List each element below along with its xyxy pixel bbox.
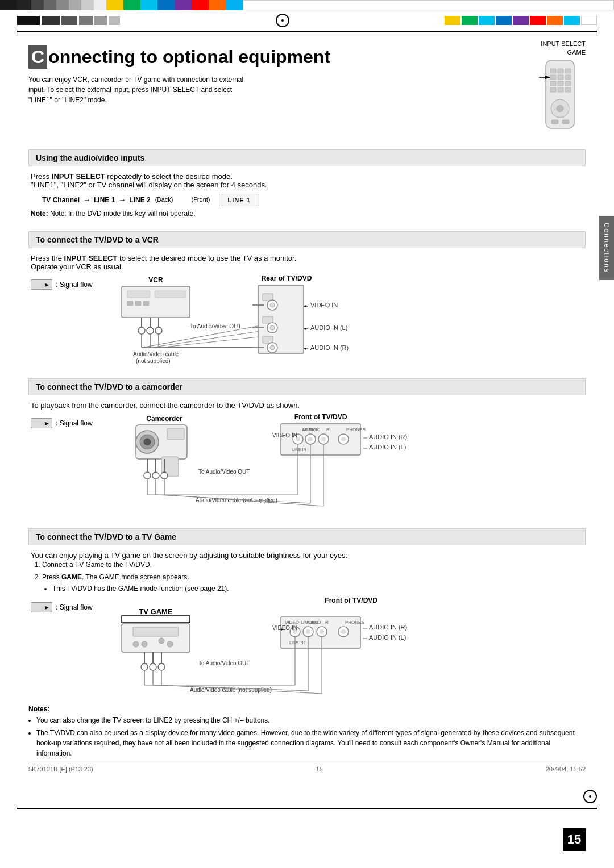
svg-point-30 xyxy=(147,327,154,334)
svg-text:LINE IN2: LINE IN2 xyxy=(289,641,306,645)
svg-text:To Audio/Video OUT: To Audio/Video OUT xyxy=(198,469,250,475)
color-green xyxy=(123,0,140,10)
signal-flow-vcr: ► : Signal flow xyxy=(31,279,99,290)
svg-point-122 xyxy=(158,663,165,670)
section1-body1: Press INPUT SELECT repeatedly to select … xyxy=(31,172,583,181)
svg-rect-110 xyxy=(122,616,190,623)
svg-point-31 xyxy=(155,327,162,334)
line2-label: LINE 2 xyxy=(129,196,150,204)
svg-text:AUDIO IN (L): AUDIO IN (L) xyxy=(310,324,347,331)
svg-rect-24 xyxy=(135,301,141,306)
svg-text:AUDIO IN (R): AUDIO IN (R) xyxy=(369,433,407,440)
svg-point-48 xyxy=(270,303,275,307)
svg-rect-6 xyxy=(565,75,571,80)
input-select-bold: INPUT SELECT xyxy=(52,172,105,181)
color-purple xyxy=(175,0,192,10)
footer-right: 20/4/04, 15:52 xyxy=(546,766,586,773)
svg-point-114 xyxy=(142,641,147,647)
black-bars-left xyxy=(17,16,120,25)
gray-bar-2 xyxy=(61,16,77,25)
strip-cyan xyxy=(479,16,495,25)
svg-rect-112 xyxy=(133,627,179,636)
svg-point-68 xyxy=(144,439,151,445)
step-2: Press GAME. The GAME mode screen appears… xyxy=(42,572,583,594)
section1-header: Using the audio/video inputs xyxy=(28,149,586,166)
color-ltblue xyxy=(226,0,243,10)
svg-text:AUDIO IN (R): AUDIO IN (R) xyxy=(310,344,349,351)
svg-text:AUDIO IN (R): AUDIO IN (R) xyxy=(369,624,407,631)
svg-point-91 xyxy=(308,437,313,441)
strip-orange xyxy=(547,16,563,25)
svg-rect-18 xyxy=(562,120,569,124)
footer-info: 5K70101B [E] (P13-23) 15 20/4/04, 15:52 xyxy=(28,763,586,775)
input-select-text: INPUT SELECT xyxy=(541,40,586,47)
title-rest: onnecting to optional equipment xyxy=(48,47,330,68)
color-darkgray2 xyxy=(31,0,44,10)
svg-point-121 xyxy=(150,663,156,670)
svg-rect-1 xyxy=(550,69,556,73)
title-description: You can enjoy VCR, camcorder or TV game … xyxy=(28,74,301,105)
signal-flow-cam: ► : Signal flow xyxy=(31,418,99,428)
note-item-1: You can also change the TV screen to LIN… xyxy=(36,715,586,725)
notes-section: Notes: You can also change the TV screen… xyxy=(28,705,586,758)
svg-text:PHONES: PHONES xyxy=(346,427,366,432)
note-item-2: The TV/DVD can also be used as a display… xyxy=(36,728,586,758)
strip-green xyxy=(462,16,478,25)
svg-text:AUDIO IN (L): AUDIO IN (L) xyxy=(369,634,406,641)
signal-flow-cam-label: : Signal flow xyxy=(56,419,93,427)
section2-body1: Press the INPUT SELECT to select the des… xyxy=(31,254,583,262)
input-select-bold2: INPUT SELECT xyxy=(64,254,118,262)
color-lgray xyxy=(69,0,81,10)
color-gray2 xyxy=(56,0,69,10)
note-text-content: Note: In the DVD mode this key will not … xyxy=(50,210,195,218)
gray-bar-3 xyxy=(79,16,93,25)
svg-rect-7 xyxy=(550,81,556,86)
gray-bar-4 xyxy=(94,16,107,25)
section2-body: Press the INPUT SELECT to select the des… xyxy=(28,254,586,365)
svg-line-43 xyxy=(159,336,264,348)
svg-point-54 xyxy=(270,345,275,350)
svg-point-16 xyxy=(557,105,563,112)
svg-point-51 xyxy=(270,326,275,330)
svg-rect-46 xyxy=(263,294,273,301)
center-reg-mark xyxy=(276,14,289,27)
svg-rect-11 xyxy=(558,87,563,92)
svg-point-115 xyxy=(159,638,164,644)
color-yellow xyxy=(106,0,123,10)
gray-bar-5 xyxy=(109,16,120,25)
game-diagram-wrap: ► : Signal flow Front of TV/DVD TV GAME xyxy=(31,596,583,699)
color-darkgray1 xyxy=(17,0,31,10)
svg-text:VIDEO IN: VIDEO IN xyxy=(272,432,297,439)
svg-point-75 xyxy=(152,472,159,479)
svg-rect-21 xyxy=(127,291,150,298)
svg-text:VCR: VCR xyxy=(148,276,163,284)
strip-red xyxy=(530,16,546,25)
color-cyan xyxy=(140,0,157,10)
game-diagram-inner: Front of TV/DVD TV GAME xyxy=(105,596,423,699)
svg-rect-2 xyxy=(558,69,563,73)
page-title: Connecting to optional equipment xyxy=(28,45,534,69)
svg-point-76 xyxy=(161,472,168,479)
top-strip-colors xyxy=(445,16,597,25)
signal-flow-game: ► : Signal flow xyxy=(31,602,99,612)
game-diagram-svg: TV GAME xyxy=(105,606,423,699)
strip-ltblue xyxy=(564,16,580,25)
title-block: Connecting to optional equipment You can… xyxy=(28,45,534,105)
section4-steps: Connect a TV Game to the TV/DVD. Press G… xyxy=(31,560,583,594)
page-number: 15 xyxy=(563,828,586,851)
svg-text:Front of TV/DVD: Front of TV/DVD xyxy=(294,413,347,421)
svg-point-74 xyxy=(144,472,151,479)
rule-line-top xyxy=(17,31,597,32)
game-label-remote: GAME xyxy=(567,49,586,56)
bottom-marks-row: 15 xyxy=(0,786,614,807)
svg-point-95 xyxy=(341,437,346,441)
svg-text:VIDEO: VIDEO xyxy=(285,620,299,625)
svg-rect-23 xyxy=(127,301,133,306)
black-bar-1 xyxy=(17,16,40,25)
game-bold: GAME xyxy=(61,573,82,581)
svg-rect-8 xyxy=(558,81,563,86)
step-2-bullet: This TV/DVD has the GAME mode function (… xyxy=(52,583,583,594)
remote-svg xyxy=(534,57,586,131)
svg-rect-9 xyxy=(565,81,571,86)
flow-arrow-2: → xyxy=(118,195,126,204)
